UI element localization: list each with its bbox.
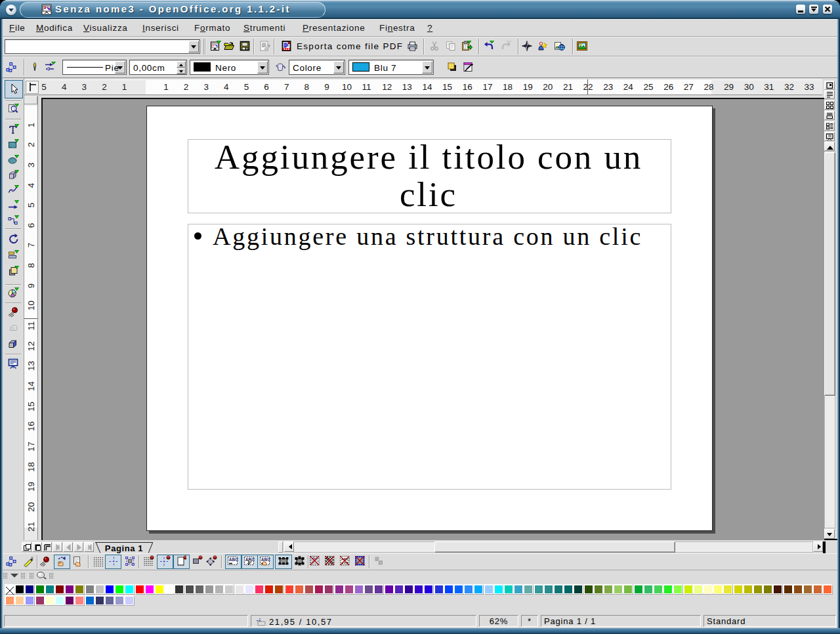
svg-text:ABC: ABC <box>229 557 238 562</box>
svg-text:ABC: ABC <box>261 557 270 562</box>
